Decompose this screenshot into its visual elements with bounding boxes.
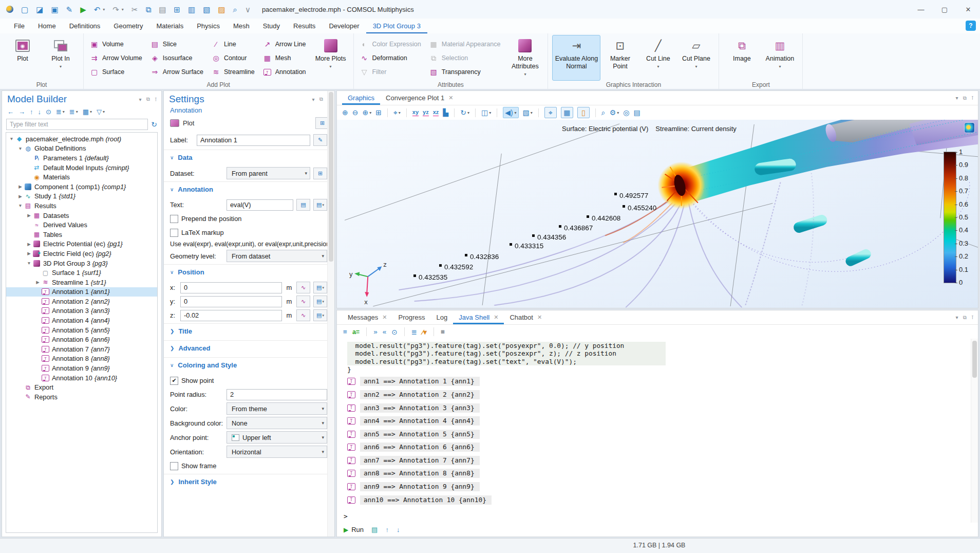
tree-node-annotation-4[interactable]: TAnnotation 4{ann4} xyxy=(6,316,157,325)
run-button[interactable]: ▶ Run xyxy=(344,526,364,533)
geometry-level-dropdown[interactable]: From dataset xyxy=(227,250,327,262)
section-header-annotation[interactable]: ∨Annotation xyxy=(164,181,334,197)
tree-node-electric-potential-ec-[interactable]: ▶Electric Potential (ec){pg1} xyxy=(6,239,157,249)
tree-node-pacemaker-electrode-mph[interactable]: ▼◆pacemaker_electrode.mph(root) xyxy=(6,134,157,144)
panel-menu-icon[interactable]: ▾ xyxy=(312,97,315,102)
minimize-button[interactable]: — xyxy=(909,0,933,19)
section-header-title[interactable]: ❯Title xyxy=(164,323,334,339)
cut-plane-button[interactable]: ▱Cut Plane▾ xyxy=(677,35,714,81)
animation-button[interactable]: ▥Animation▾ xyxy=(761,35,798,81)
show-plot-toolbar-icon[interactable]: ▯ xyxy=(581,108,586,117)
menu-item-developer[interactable]: Developer xyxy=(322,19,366,33)
chevron-down-icon[interactable]: ▾ xyxy=(423,328,427,336)
view-xy-icon[interactable]: xy xyxy=(412,109,419,116)
range-button[interactable]: ∿ xyxy=(296,309,310,321)
menu-item-study[interactable]: Study xyxy=(256,19,287,33)
collapse-arrow-icon[interactable]: ▶ xyxy=(26,213,32,218)
close-icon[interactable]: ✕ xyxy=(537,314,542,321)
z-position-input[interactable] xyxy=(180,310,282,321)
panel-float-icon[interactable]: ⧉ xyxy=(963,315,967,321)
node-filter-icon[interactable]: ▽▾ xyxy=(97,108,105,116)
section-header-data[interactable]: ∨Data xyxy=(164,150,334,165)
collapse-arrow-icon[interactable]: ▶ xyxy=(17,194,24,199)
expand-arrow-icon[interactable]: ▼ xyxy=(8,136,15,141)
transparency-icon[interactable]: ▧▾ xyxy=(523,108,533,117)
comsol-logo-icon[interactable] xyxy=(965,123,974,133)
tab-java-shell[interactable]: Java Shell✕ xyxy=(453,310,504,324)
environment-icon[interactable]: ◫▾ xyxy=(481,108,491,117)
show-grid-toggle[interactable]: ▦ xyxy=(561,107,573,118)
contour-button[interactable]: ◎Contour xyxy=(210,52,260,64)
expand-arrow-icon[interactable]: ▼ xyxy=(26,261,32,266)
menu-item-home[interactable]: Home xyxy=(31,19,63,33)
marker-point-button[interactable]: ⊡Marker Point xyxy=(601,35,638,81)
delete-icon[interactable]: ▥ xyxy=(188,6,195,13)
indent-less-icon[interactable]: « xyxy=(383,328,387,336)
sound-toggle[interactable]: ◀)▾ xyxy=(503,107,518,118)
rotate-icon[interactable]: ↻▾ xyxy=(460,108,469,117)
scene-settings-icon[interactable]: ⚙▾ xyxy=(610,108,619,117)
view-xz-icon[interactable]: xz xyxy=(433,109,439,116)
tree-node-materials[interactable]: ◉Materials xyxy=(6,172,157,182)
volume-button[interactable]: ▣Volume xyxy=(88,38,147,50)
java-shell-content[interactable]: model.result("pg3").feature(tag).set("po… xyxy=(337,339,978,523)
line-numbers-icon[interactable]: ≣ xyxy=(411,328,417,336)
refresh-icon[interactable]: ↻ xyxy=(151,120,157,128)
tab-log[interactable]: Log xyxy=(431,310,454,324)
collapse-level-icon[interactable]: ≣▾ xyxy=(56,108,65,116)
show-point-checkbox[interactable]: ✔ xyxy=(170,377,178,385)
annotation-button[interactable]: TAnnotation xyxy=(261,66,311,78)
section-header-coloring-and-style[interactable]: ∨Coloring and Style xyxy=(164,357,334,373)
prepend-the-position-checkbox[interactable] xyxy=(170,215,178,223)
arrow-volume-button[interactable]: ⇉Arrow Volume xyxy=(88,52,147,64)
node-columns-icon[interactable]: ▦▾ xyxy=(83,108,92,116)
paste-icon[interactable]: ▤ xyxy=(159,6,166,13)
show-frame-checkbox[interactable] xyxy=(170,462,178,470)
slice-button[interactable]: ▤Slice xyxy=(148,38,209,50)
show-grid-icon[interactable]: ▦ xyxy=(563,108,570,117)
color-dropdown[interactable]: From theme xyxy=(227,402,327,415)
tree-node-component-1-comp1-[interactable]: ▶Component 1 (comp1){comp1} xyxy=(6,182,157,192)
evaluate-along-normal-button[interactable]: ⇥Evaluate Along Normal xyxy=(552,35,600,81)
maximize-button[interactable]: ▢ xyxy=(933,0,956,19)
dataset-dropdown[interactable]: From parent xyxy=(227,167,310,179)
collapse-arrow-icon[interactable]: ▶ xyxy=(17,184,24,189)
tree-node-annotation-5[interactable]: TAnnotation 5{ann5} xyxy=(6,325,157,335)
tab-convergence-plot-1[interactable]: Convergence Plot 1✕ xyxy=(380,91,459,105)
menu-item-mesh[interactable]: Mesh xyxy=(227,19,256,33)
expression-button[interactable]: ▤ xyxy=(296,199,310,211)
panel-pin-icon[interactable]: ⊺ xyxy=(971,315,974,320)
chevron-down-icon[interactable]: ▾ xyxy=(531,110,533,115)
copy-icon[interactable]: ⧉ xyxy=(145,6,151,13)
tree-node-export[interactable]: ⧉Export xyxy=(6,382,157,392)
console-scrollbar[interactable] xyxy=(971,339,978,523)
surface-button[interactable]: ▢Surface xyxy=(88,66,147,78)
scene-objects-icon[interactable]: ▙ xyxy=(443,108,448,117)
image-button[interactable]: ⧉Image xyxy=(723,35,760,81)
run-icon[interactable]: ▶ xyxy=(80,6,86,13)
chevron-down-icon[interactable]: ▾ xyxy=(369,110,371,115)
tree-filter-input[interactable] xyxy=(6,119,148,130)
chevron-down-icon[interactable]: ▾ xyxy=(467,110,469,115)
line-button[interactable]: ∕Line xyxy=(210,38,260,50)
panel-menu-icon[interactable]: ▾ xyxy=(956,95,958,101)
tree-node-annotation-9[interactable]: TAnnotation 9{ann9} xyxy=(6,363,157,373)
menu-item-geometry[interactable]: Geometry xyxy=(107,19,149,33)
expand-arrow-icon[interactable]: ▼ xyxy=(17,203,24,208)
more-plots-button[interactable]: More Plots▾ xyxy=(312,35,349,81)
mesh-button[interactable]: ▦Mesh xyxy=(261,52,311,64)
show-plot-toolbar-toggle[interactable]: ▯ xyxy=(577,107,590,118)
section-header-position[interactable]: ∨Position xyxy=(164,264,334,280)
point-radius-input[interactable] xyxy=(227,389,327,400)
range-button[interactable]: ∿ xyxy=(296,296,310,307)
collapse-arrow-icon[interactable]: ▶ xyxy=(26,242,32,247)
stop-icon[interactable]: ■ xyxy=(441,328,445,336)
move-down-icon[interactable]: ↓ xyxy=(38,108,42,116)
rename-button[interactable]: ✎ xyxy=(313,134,327,146)
chevron-down-icon[interactable]: ▾ xyxy=(515,110,517,115)
move-up-icon[interactable]: ↑ xyxy=(30,108,33,116)
expression-menu-button[interactable]: ▤▾ xyxy=(313,199,327,211)
default-view-icon[interactable]: ⌖▾ xyxy=(393,108,401,117)
menu-item-results[interactable]: Results xyxy=(287,19,322,33)
panel-float-icon[interactable]: ⧉ xyxy=(146,96,150,102)
